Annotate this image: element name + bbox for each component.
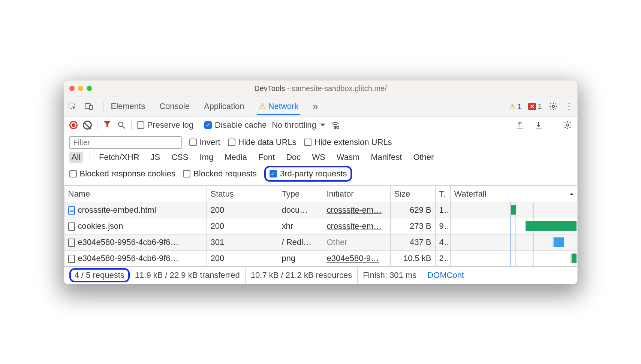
tab-console[interactable]: Console: [158, 98, 191, 115]
type-chip-css[interactable]: CSS: [169, 152, 190, 163]
settings-icon[interactable]: [549, 102, 558, 111]
request-type: / Redi…: [282, 237, 312, 247]
network-conditions-icon[interactable]: [331, 121, 340, 130]
issues-errors-value: 1: [538, 102, 542, 111]
request-size: 10.5 kB: [403, 254, 431, 263]
clear-button[interactable]: [83, 121, 92, 130]
col-waterfall[interactable]: Waterfall: [450, 186, 577, 202]
table-row[interactable]: cookies.json200xhrcrosssite-em…273 B9..: [64, 218, 577, 234]
hide-data-label: Hide data URLs: [238, 137, 297, 147]
document-icon: [68, 206, 75, 215]
svg-point-5: [334, 127, 335, 128]
waterfall-cell: [450, 234, 577, 250]
request-status: 200: [211, 205, 225, 215]
type-chip-fetchxhr[interactable]: Fetch/XHR: [97, 152, 142, 163]
minimize-window-button[interactable]: [78, 86, 83, 91]
divider: [199, 120, 199, 130]
type-chip-font[interactable]: Font: [256, 152, 277, 163]
col-status[interactable]: Status: [207, 186, 278, 202]
blocked-requests-checkbox[interactable]: Blocked requests: [183, 169, 257, 179]
file-icon: [68, 239, 75, 247]
status-domcontent[interactable]: DOMCont: [422, 267, 469, 284]
request-time: 2..: [439, 254, 451, 263]
issues-warnings-count[interactable]: ⚠ 1: [509, 102, 521, 111]
inspect-icon[interactable]: [68, 102, 77, 111]
status-transferred: 11.9 kB / 22.9 kB transferred: [130, 267, 246, 284]
type-chip-media[interactable]: Media: [222, 152, 249, 163]
checkbox-icon: [137, 121, 144, 129]
import-har-icon[interactable]: [534, 121, 543, 130]
title-prefix: DevTools -: [254, 84, 292, 92]
request-name: crosssite-embed.html: [78, 205, 156, 215]
invert-checkbox[interactable]: Invert: [189, 137, 220, 147]
preserve-log-checkbox[interactable]: Preserve log: [137, 120, 194, 130]
more-tabs-button[interactable]: »: [311, 97, 319, 116]
preserve-log-label: Preserve log: [147, 120, 194, 130]
type-chip-ws[interactable]: WS: [310, 152, 327, 163]
request-initiator[interactable]: e304e580-9…: [327, 254, 379, 263]
tab-elements[interactable]: Elements: [109, 98, 147, 115]
waterfall-cell: [450, 250, 577, 266]
checkbox-icon: [189, 139, 197, 146]
type-chip-manifest[interactable]: Manifest: [368, 152, 404, 163]
request-name: e304e580-9956-4cb6-9f6…: [78, 254, 179, 263]
divider: [131, 120, 132, 130]
status-resources: 10.7 kB / 21.2 kB resources: [246, 267, 358, 284]
device-toggle-icon[interactable]: [84, 102, 93, 111]
divider: [103, 101, 103, 112]
tab-network[interactable]: ⚠ Network: [257, 98, 300, 115]
maximize-window-button[interactable]: [87, 86, 92, 91]
hide-extension-urls-checkbox[interactable]: Hide extension URLs: [304, 137, 392, 147]
tab-application[interactable]: Application: [202, 98, 246, 115]
type-chip-all[interactable]: All: [69, 152, 83, 163]
record-button[interactable]: [69, 121, 78, 129]
window-titlebar: DevTools - samesite-sandbox.glitch.me/: [64, 81, 577, 97]
hide-data-urls-checkbox[interactable]: Hide data URLs: [228, 137, 297, 147]
col-name[interactable]: Name: [64, 186, 207, 202]
throttling-select[interactable]: No throttling: [272, 120, 325, 130]
checkbox-icon: [270, 170, 277, 178]
close-window-button[interactable]: [69, 86, 75, 91]
request-status: 301: [211, 237, 225, 247]
table-row[interactable]: e304e580-9956-4cb6-9f6…200pnge304e580-9……: [64, 250, 577, 266]
hide-ext-label: Hide extension URLs: [315, 137, 392, 147]
col-time[interactable]: T.: [435, 186, 450, 202]
type-chip-other[interactable]: Other: [411, 152, 436, 163]
svg-point-3: [552, 105, 554, 107]
blocked-cookies-checkbox[interactable]: Blocked response cookies: [69, 169, 176, 179]
divider: [97, 120, 97, 130]
chevron-down-icon: [320, 124, 325, 129]
type-chip-wasm[interactable]: Wasm: [334, 152, 362, 163]
waterfall-cell: [450, 202, 577, 218]
third-party-requests-checkbox[interactable]: 3rd-party requests: [270, 169, 347, 179]
request-time: 4..: [439, 237, 451, 247]
col-size[interactable]: Size: [390, 186, 435, 202]
col-waterfall-label: Waterfall: [454, 189, 487, 198]
export-har-icon[interactable]: [515, 121, 524, 130]
type-chip-img[interactable]: Img: [197, 152, 216, 163]
network-settings-icon[interactable]: [563, 121, 572, 130]
issues-errors-count[interactable]: ✕ 1: [528, 102, 542, 111]
request-time: 9..: [439, 221, 451, 231]
type-chip-js[interactable]: JS: [148, 152, 163, 163]
filter-input[interactable]: [69, 136, 182, 149]
warning-icon: ⚠: [259, 101, 266, 111]
table-row[interactable]: crosssite-embed.html200docu…crosssite-em…: [64, 202, 577, 218]
col-initiator[interactable]: Initiator: [323, 186, 390, 202]
table-row[interactable]: e304e580-9956-4cb6-9f6…301/ Redi…Other43…: [64, 234, 577, 250]
request-size: 273 B: [410, 221, 431, 231]
type-filter-row: AllFetch/XHRJSCSSImgMediaFontDocWSWasmMa…: [69, 152, 572, 163]
blocked-req-label: Blocked requests: [193, 169, 257, 179]
request-initiator[interactable]: crosssite-em…: [327, 221, 382, 231]
search-icon[interactable]: [117, 121, 126, 130]
disable-cache-checkbox[interactable]: Disable cache: [204, 120, 267, 130]
filter-toggle-icon[interactable]: [103, 119, 112, 131]
status-bar: 4 / 5 requests 11.9 kB / 22.9 kB transfe…: [64, 267, 577, 284]
type-chip-doc[interactable]: Doc: [284, 152, 303, 163]
checkbox-icon: [69, 170, 77, 178]
col-type[interactable]: Type: [278, 186, 323, 202]
more-menu-icon[interactable]: ⋮: [565, 101, 574, 112]
request-initiator[interactable]: crosssite-em…: [327, 205, 382, 215]
third-party-label: 3rd-party requests: [280, 169, 347, 179]
svg-rect-2: [89, 105, 92, 110]
